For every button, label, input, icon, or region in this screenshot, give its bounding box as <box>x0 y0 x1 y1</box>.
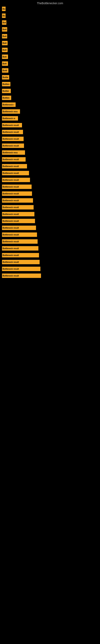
bar-row: Bott <box>2 54 98 60</box>
bar-item: Bott <box>2 27 7 32</box>
bar-row: Bottleneck result <box>2 273 98 278</box>
bar-label: Bottleneck result <box>2 206 19 208</box>
bar-item: Bottleneck result <box>2 171 29 175</box>
bar-label: Bot <box>2 22 6 24</box>
bar-row: Bott <box>2 26 98 32</box>
bar-item: Bottleneck result <box>2 144 24 148</box>
bar-item: Bottleneck result <box>2 157 26 162</box>
bar-label: Bottleneck result <box>2 145 19 147</box>
site-title: TheBottlenecker.com <box>0 0 100 6</box>
bar-item: Bottleneck re <box>2 116 18 120</box>
bar-row: Bottlen <box>2 95 98 100</box>
bar-item: Bottleneck result <box>2 192 32 196</box>
bar-row: Bottleneck result <box>2 239 98 244</box>
bar-item: Bott <box>2 54 8 59</box>
bar-label: Bottleneck result <box>2 165 19 168</box>
bar-row: Bottleneck result <box>2 156 98 162</box>
bar-row: Bottleneck result <box>2 252 98 258</box>
bar-row: Bottle <box>2 74 98 80</box>
bar-item: Bottl <box>2 68 8 73</box>
bar-row: Bott <box>2 34 98 39</box>
bar-label: Bottleneck result <box>2 275 19 277</box>
bar-label: Bottleneck result <box>2 186 19 188</box>
bar-label: Bottleneck result <box>2 124 19 126</box>
bar-label: Bottleneck result <box>2 227 19 229</box>
bar-label: Bottler <box>2 90 9 92</box>
bar-item: Bott <box>2 62 8 66</box>
bar-item: Bottleneck result <box>2 219 35 223</box>
bar-row: Bottleneck result <box>2 259 98 265</box>
bar-label: Bottleneck result <box>2 213 19 215</box>
bar-item: Bottleneck result <box>2 184 32 189</box>
bar-row: Bottlen <box>2 81 98 87</box>
bar-item: Bott <box>2 34 7 38</box>
bar-item: Bottle <box>2 75 9 80</box>
bar-item: Bott <box>2 41 8 45</box>
bar-row: Bottleneck result <box>2 218 98 224</box>
bar-item: Bottleneck result <box>2 260 40 264</box>
bar-label: Bottleneck re <box>2 117 15 120</box>
bar-label: Bottleneck result <box>2 240 19 243</box>
bar-item: Bottleneck result <box>2 178 30 182</box>
bar-row: Bottl <box>2 68 98 73</box>
bar-label: Bottle <box>2 76 8 78</box>
bar-label: Bottl <box>2 70 7 72</box>
bar-row: Bo <box>2 6 98 12</box>
bar-row: Bottleneck result <box>2 177 98 183</box>
bar-label: Bottleneck r <box>2 104 14 106</box>
bar-label: Bottleneck result <box>2 192 19 195</box>
bar-item: Bottleneck result <box>2 246 38 250</box>
bar-label: Bottlen <box>2 83 9 85</box>
bar-row: Bottleneck result <box>2 184 98 190</box>
bar-label: Bottleneck result <box>2 247 19 250</box>
bar-row: Bot <box>2 20 98 25</box>
bar-item: Bottlen <box>2 82 10 86</box>
bar-item: Bottleneck result <box>2 232 37 237</box>
bar-label: Bottleneck resu <box>2 110 18 113</box>
bar-label: Bottleneck result <box>2 220 19 222</box>
bar-row: Bottleneck result <box>2 191 98 196</box>
bar-row: Bottleneck resu <box>2 109 98 114</box>
bar-label: Bottleneck result <box>2 172 19 174</box>
bar-label: Bottleneck result <box>2 261 19 263</box>
bar-item: Bottleneck result <box>2 253 39 258</box>
bar-item: Bottleneck result <box>2 164 27 168</box>
bar-label: Bott <box>2 49 7 51</box>
bar-label: Bottlen <box>2 97 9 99</box>
bar-label: Bottleneck result <box>2 234 19 236</box>
bar-row: Bottleneck result <box>2 211 98 217</box>
bar-item: Bottleneck result <box>2 137 24 141</box>
bar-label: Bott <box>2 28 7 30</box>
bar-row: Bo <box>2 13 98 18</box>
bar-label: Bott <box>2 56 7 58</box>
bar-row: Bottleneck result <box>2 198 98 203</box>
bar-row: Bott <box>2 47 98 53</box>
bar-row: Bottleneck result <box>2 136 98 142</box>
bar-item: Bottlen <box>2 96 11 100</box>
bar-item: Bottleneck result <box>2 123 22 128</box>
bar-item: Bottleneck result <box>2 226 36 230</box>
bar-item: Bottleneck resu <box>2 150 25 155</box>
bar-item: Bott <box>2 48 8 52</box>
bar-label: Bottleneck result <box>2 268 19 270</box>
bar-label: Bottleneck result <box>2 158 19 160</box>
bar-row: Bottleneck result <box>2 164 98 169</box>
bar-item: Bot <box>2 20 6 25</box>
bar-label: Bottleneck result <box>2 179 19 181</box>
bar-row: Bottleneck result <box>2 225 98 231</box>
bar-row: Bottleneck result <box>2 246 98 251</box>
bar-item: Bottleneck result <box>2 267 40 271</box>
bar-item: Bottleneck result <box>2 205 34 210</box>
bar-label: Bott <box>2 35 7 38</box>
bar-label: Bo <box>2 15 5 17</box>
bar-item: Bottleneck result <box>2 212 34 216</box>
bar-item: Bottleneck resu <box>2 109 20 114</box>
bar-row: Bott <box>2 61 98 66</box>
bar-label: Bottleneck result <box>2 200 19 202</box>
bar-item: Bottleneck r <box>2 102 16 107</box>
bar-item: Bo <box>2 14 6 18</box>
bar-item: Bottleneck result <box>2 274 41 278</box>
bars-container: BoBoBotBottBottBottBottBottBottBottlBott… <box>0 6 100 280</box>
bar-row: Bottleneck result <box>2 129 98 135</box>
bar-label: Bott <box>2 42 7 44</box>
